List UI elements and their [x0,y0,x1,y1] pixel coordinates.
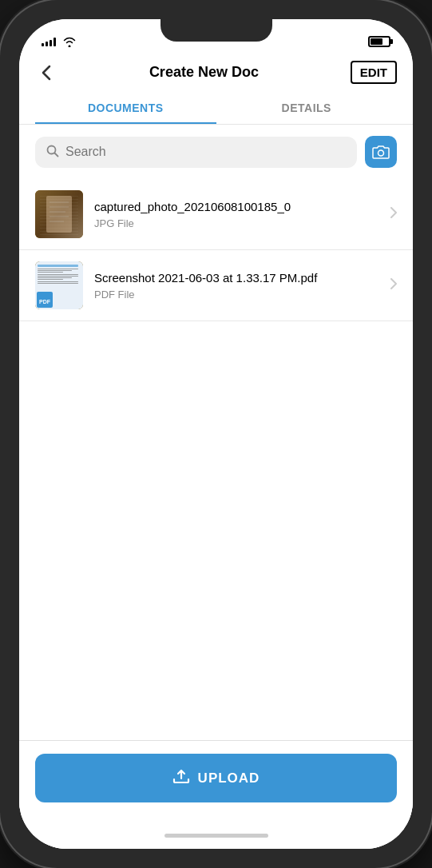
search-container[interactable] [35,137,357,168]
notch [161,19,272,42]
upload-label: UPLOAD [198,770,260,786]
file-thumbnail-pdf: PDF [35,261,83,309]
file-name: Screenshot 2021-06-03 at 1.33.17 PM.pdf [94,270,379,286]
file-thumbnail-jpg [35,190,83,238]
chevron-right-icon [390,207,397,221]
home-indicator [19,822,413,849]
file-info: captured_photo_20210608100185_0 JPG File [94,199,379,229]
wifi-icon [62,37,77,47]
bottom-section: UPLOAD [19,740,413,822]
file-name: captured_photo_20210608100185_0 [94,199,379,215]
home-bar [164,834,268,838]
tab-bar: DOCUMENTS DETAILS [19,94,413,125]
svg-line-1 [55,153,58,156]
file-list: captured_photo_20210608100185_0 JPG File [19,179,413,740]
camera-icon [372,145,390,159]
svg-point-2 [378,150,384,156]
status-left [42,37,77,47]
edit-button[interactable]: EDIT [351,61,397,84]
file-item[interactable]: PDF Screenshot 2021-06-03 at 1.33.17 PM.… [19,250,413,321]
upload-icon [172,768,190,788]
tab-details[interactable]: DETAILS [216,94,398,124]
phone-frame: Create New Doc EDIT DOCUMENTS DETAILS [0,0,432,868]
chevron-right-icon [390,278,397,293]
signal-icon [42,37,56,46]
phone-screen: Create New Doc EDIT DOCUMENTS DETAILS [19,19,413,849]
file-item[interactable]: captured_photo_20210608100185_0 JPG File [19,179,413,250]
navigation-bar: Create New Doc EDIT [19,54,413,94]
search-input[interactable] [65,145,346,159]
search-icon [46,145,59,160]
page-title: Create New Doc [149,64,259,81]
back-button[interactable] [35,62,57,84]
tab-documents[interactable]: DOCUMENTS [35,94,216,124]
svg-rect-3 [46,196,72,233]
search-area [19,125,413,179]
app-content: Create New Doc EDIT DOCUMENTS DETAILS [19,54,413,849]
file-type: PDF File [94,289,379,301]
file-info: Screenshot 2021-06-03 at 1.33.17 PM.pdf … [94,270,379,301]
upload-button[interactable]: UPLOAD [35,754,397,802]
camera-button[interactable] [365,136,397,168]
file-type: JPG File [94,217,379,229]
battery-icon [368,36,390,47]
status-right [368,36,390,47]
